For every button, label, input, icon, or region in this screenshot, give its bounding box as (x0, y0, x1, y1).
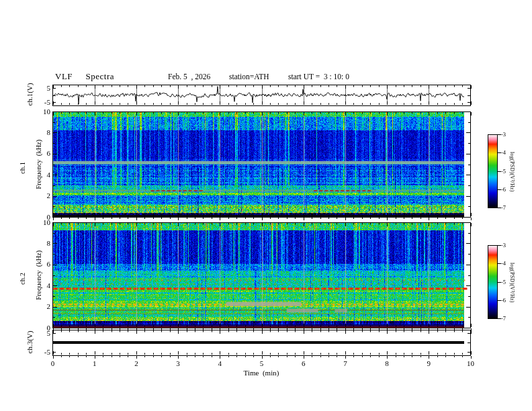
colorbar1-label: log(PSD)(V²/Hz) (509, 138, 515, 205)
tick-label: 6 (297, 360, 310, 367)
tick-label: -5 (30, 99, 50, 106)
tick-label: 0 (46, 360, 60, 367)
tick-label: 7 (339, 360, 352, 367)
tick-label: 1 (88, 360, 101, 367)
spec2-frequency-label: Frequency (kHz) (35, 250, 42, 300)
tick-label: 2 (30, 303, 50, 310)
tick-label: 10 (30, 219, 50, 226)
figure-title: VLF Spectra (55, 72, 114, 81)
tick-label: -7 (501, 316, 515, 322)
tick-label: -3 (501, 242, 515, 248)
tick-label: 4 (30, 171, 50, 179)
spec1-channel-label: ch.1 (19, 162, 26, 174)
tick-label: -3 (501, 132, 515, 138)
tick-label: 8 (30, 240, 50, 247)
tick-label: 2 (130, 360, 143, 367)
tick-label: 8 (30, 129, 50, 136)
tick-label: -5 (30, 349, 50, 356)
tick-label: 10 (464, 360, 478, 367)
colorbar2-label: log(PSD)(V²/Hz) (509, 249, 515, 316)
tick-label: 3 (171, 360, 185, 367)
tick-label: 10 (30, 108, 50, 116)
vlf-spectra-figure: VLF Spectra Feb. 5 , 2026 station=ATH st… (0, 0, 532, 411)
date-label: Feb. 5 , 2026 (168, 73, 210, 81)
spec2-channel-label: ch.2 (19, 273, 26, 285)
tick-label: 6 (30, 261, 50, 268)
tick-label: 2 (30, 192, 50, 199)
tick-label: 5 (255, 360, 269, 367)
tick-label: 9 (422, 360, 435, 367)
tick-label: 6 (30, 150, 50, 157)
tick-label: 4 (213, 360, 226, 367)
tick-label: 5 (30, 330, 50, 337)
tick-label: 4 (30, 282, 50, 289)
tick-label: -7 (501, 205, 515, 211)
start-ut-label: start UT = 3 : 10: 0 (288, 73, 349, 81)
spec1-frequency-label: Frequency (kHz) (35, 140, 42, 189)
station-label: station=ATH (229, 73, 269, 81)
tick-label: 5 (30, 85, 50, 92)
plot-canvas (0, 0, 532, 411)
x-axis-title: Time (min) (228, 369, 295, 377)
tick-label: 8 (380, 360, 394, 367)
